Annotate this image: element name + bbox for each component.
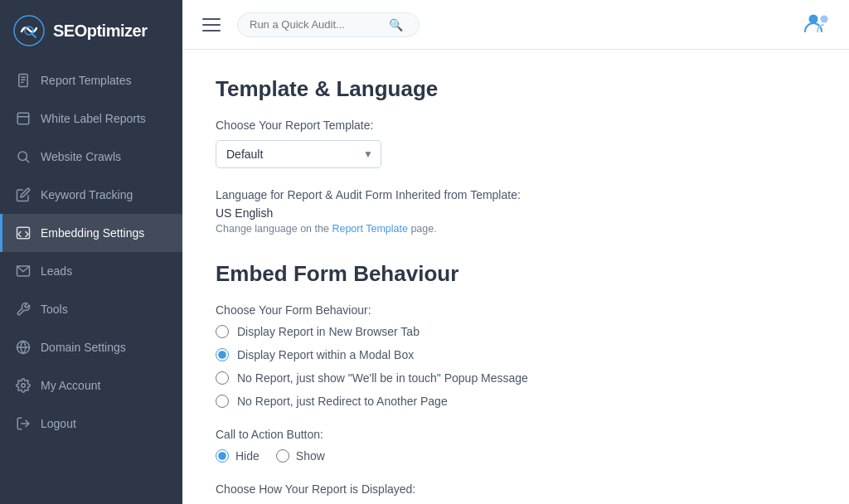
user-avatar-icon[interactable] — [803, 8, 832, 38]
sidebar-item-label: Leads — [41, 264, 72, 278]
template-select-wrapper: Default Template 1 Template 2 ▼ — [216, 140, 381, 168]
form-behaviour-radio-group: Display Report in New Browser Tab Displa… — [216, 325, 816, 408]
radio-redirect-input[interactable] — [216, 395, 229, 408]
file-icon — [16, 73, 31, 88]
sidebar-logo: SEOptimizer — [0, 0, 182, 61]
language-header-text: Language for Report & Audit Form Inherit… — [216, 188, 816, 201]
sidebar-item-label: Website Crawls — [41, 150, 121, 163]
seoptimizer-logo-icon — [13, 15, 45, 46]
cta-hide-input[interactable] — [216, 449, 229, 463]
page-content: Template & Language Choose Your Report T… — [182, 50, 849, 504]
sidebar-item-tools[interactable]: Tools — [0, 290, 182, 328]
search-bar[interactable]: 🔍 — [237, 12, 420, 37]
sidebar-item-embedding-settings[interactable]: Embedding Settings — [0, 214, 182, 252]
svg-point-14 — [22, 384, 26, 388]
cta-show-input[interactable] — [276, 449, 289, 463]
sidebar-item-white-label-reports[interactable]: White Label Reports — [0, 99, 182, 138]
sidebar-item-label: Report Templates — [41, 74, 131, 87]
template-language-title: Template & Language — [216, 76, 816, 102]
sidebar-item-my-account[interactable]: My Account — [0, 366, 182, 405]
svg-rect-6 — [17, 113, 29, 124]
hamburger-line — [202, 24, 221, 26]
sidebar-item-label: White Label Reports — [41, 112, 146, 125]
language-hint-text: Change language on the — [216, 223, 329, 235]
hamburger-button[interactable] — [199, 15, 224, 35]
sidebar-item-label: Keyword Tracking — [41, 188, 133, 201]
sidebar: SEOptimizer Report Templates White Label… — [0, 0, 182, 504]
search-circle-icon — [16, 149, 31, 164]
language-section: Language for Report & Audit Form Inherit… — [216, 188, 816, 235]
sidebar-item-label: Tools — [41, 303, 68, 316]
sidebar-item-leads[interactable]: Leads — [0, 252, 182, 290]
tools-icon — [16, 302, 31, 317]
radio-redirect[interactable]: No Report, just Redirect to Another Page — [216, 395, 816, 408]
svg-point-16 — [809, 14, 818, 23]
sidebar-item-logout[interactable]: Logout — [0, 405, 182, 443]
display-label: Choose How Your Report is Displayed: — [216, 482, 816, 496]
language-hint: Change language on the Report Template p… — [216, 223, 816, 235]
sidebar-item-report-templates[interactable]: Report Templates — [0, 61, 182, 99]
main-area: 🔍 Template & Language Choose Your Report… — [182, 0, 849, 504]
svg-point-17 — [821, 15, 828, 22]
radio-modal-box[interactable]: Display Report within a Modal Box — [216, 348, 816, 361]
tag-icon — [16, 111, 31, 126]
radio-modal-box-label: Display Report within a Modal Box — [237, 348, 414, 361]
globe-icon — [16, 340, 31, 355]
radio-new-tab[interactable]: Display Report in New Browser Tab — [216, 325, 816, 338]
radio-popup-msg[interactable]: No Report, just show "We'll be in touch"… — [216, 371, 816, 385]
sidebar-item-label: Domain Settings — [41, 341, 126, 354]
logout-icon — [16, 416, 31, 431]
header: 🔍 — [182, 0, 849, 50]
sidebar-nav: Report Templates White Label Reports Web… — [0, 61, 182, 443]
app-name: SEOptimizer — [53, 22, 147, 41]
gear-icon — [16, 378, 31, 393]
radio-popup-msg-label: No Report, just show "We'll be in touch"… — [237, 371, 528, 385]
svg-line-9 — [26, 159, 28, 162]
sidebar-item-keyword-tracking[interactable]: Keyword Tracking — [0, 176, 182, 214]
cta-hide-radio[interactable]: Hide — [216, 449, 260, 463]
radio-new-tab-label: Display Report in New Browser Tab — [237, 325, 420, 338]
choose-template-label: Choose Your Report Template: — [216, 119, 816, 132]
pencil-icon — [16, 187, 31, 202]
sidebar-item-domain-settings[interactable]: Domain Settings — [0, 328, 182, 366]
sidebar-item-label: Embedding Settings — [41, 226, 144, 240]
search-input[interactable] — [250, 18, 382, 31]
cta-radio-group: Hide Show — [216, 449, 816, 463]
header-right — [803, 8, 832, 41]
cta-hide-label: Hide — [235, 449, 260, 463]
form-behaviour-label: Choose Your Form Behaviour: — [216, 303, 816, 317]
report-template-link[interactable]: Report Template — [332, 223, 408, 235]
embed-form-title: Embed Form Behaviour — [216, 261, 816, 287]
radio-modal-box-input[interactable] — [216, 348, 229, 361]
cta-label: Call to Action Button: — [216, 428, 816, 441]
hamburger-line — [202, 18, 221, 20]
mail-icon — [16, 264, 31, 279]
sidebar-item-label: Logout — [41, 417, 76, 430]
template-select[interactable]: Default Template 1 Template 2 — [216, 140, 381, 168]
sidebar-item-label: My Account — [41, 379, 100, 392]
language-hint-suffix: page. — [410, 223, 436, 235]
radio-popup-msg-input[interactable] — [216, 371, 229, 385]
cta-show-radio[interactable]: Show — [276, 449, 325, 463]
language-value: US English — [216, 206, 816, 220]
hamburger-line — [202, 30, 221, 32]
search-icon: 🔍 — [389, 18, 403, 32]
radio-new-tab-input[interactable] — [216, 325, 229, 338]
embed-icon — [16, 225, 31, 240]
cta-show-label: Show — [296, 449, 325, 463]
sidebar-item-website-crawls[interactable]: Website Crawls — [0, 138, 182, 176]
radio-redirect-label: No Report, just Redirect to Another Page — [237, 395, 448, 408]
